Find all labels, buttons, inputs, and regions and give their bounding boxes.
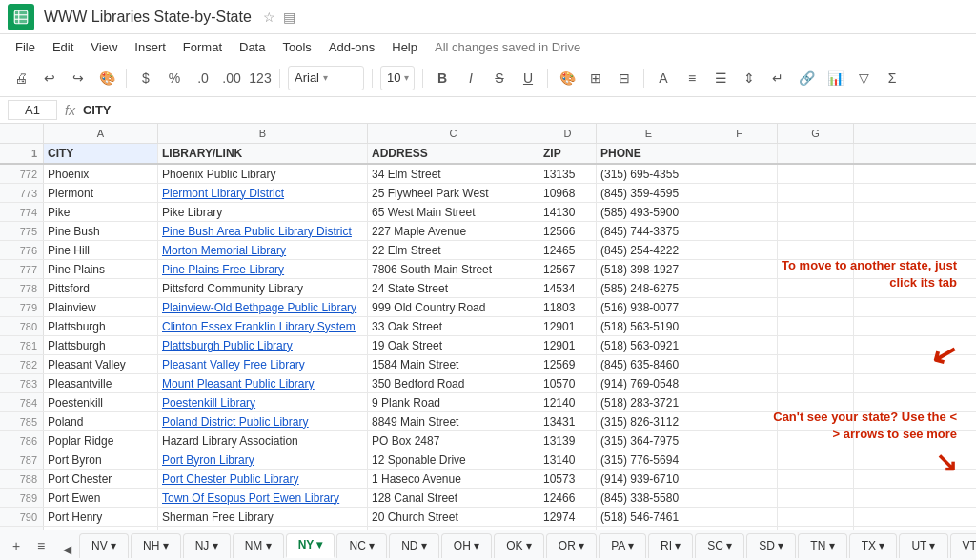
align-left-button[interactable]: ≡ bbox=[679, 65, 705, 91]
col-header-b[interactable]: B bbox=[158, 124, 368, 143]
sheet-tab-ut[interactable]: UT ▾ bbox=[899, 533, 947, 558]
cell-city-788[interactable]: Port Chester bbox=[44, 470, 158, 488]
col-header-a[interactable]: A bbox=[44, 124, 158, 143]
menu-file[interactable]: File bbox=[8, 38, 43, 56]
sheet-tab-sc[interactable]: SC ▾ bbox=[695, 533, 744, 558]
cell-city-779[interactable]: Plainview bbox=[44, 298, 158, 316]
menu-view[interactable]: View bbox=[83, 38, 125, 56]
sheet-tab-tx[interactable]: TX ▾ bbox=[849, 533, 898, 558]
cell-city-790[interactable]: Port Henry bbox=[44, 508, 158, 526]
italic-button[interactable]: I bbox=[458, 65, 484, 91]
merge-button[interactable]: ⊟ bbox=[611, 65, 638, 91]
add-sheet-button[interactable]: + bbox=[6, 535, 27, 556]
cell-library-785[interactable]: Poland District Public Library bbox=[158, 412, 368, 430]
sheet-tab-or[interactable]: OR ▾ bbox=[546, 533, 597, 558]
cell-1-c[interactable]: ADDRESS bbox=[368, 144, 539, 163]
chart-button[interactable]: 📊 bbox=[822, 65, 848, 91]
percent-button[interactable]: % bbox=[161, 65, 188, 91]
menu-edit[interactable]: Edit bbox=[45, 38, 81, 56]
more-formats-button[interactable]: 123 bbox=[247, 65, 274, 91]
cell-city-774[interactable]: Pike bbox=[44, 203, 158, 221]
menu-addons[interactable]: Add-ons bbox=[321, 38, 382, 56]
align-center-button[interactable]: ☰ bbox=[707, 65, 734, 91]
cell-1-a[interactable]: CITY bbox=[44, 144, 158, 163]
print-button[interactable]: 🖨 bbox=[8, 65, 34, 91]
cell-city-784[interactable]: Poestenkill bbox=[44, 393, 158, 411]
menu-insert[interactable]: Insert bbox=[127, 38, 173, 56]
valign-button[interactable]: ⇕ bbox=[736, 65, 762, 91]
cell-library-773[interactable]: Piermont Library District bbox=[158, 184, 368, 202]
folder-icon[interactable]: ▤ bbox=[283, 10, 295, 25]
sheet-tab-nh[interactable]: NH ▾ bbox=[131, 533, 181, 558]
menu-data[interactable]: Data bbox=[232, 38, 273, 56]
cell-library-781[interactable]: Plattsburgh Public Library bbox=[158, 336, 368, 354]
sheet-tab-tn[interactable]: TN ▾ bbox=[798, 533, 846, 558]
cell-city-787[interactable]: Port Byron bbox=[44, 450, 158, 469]
cell-city-789[interactable]: Port Ewen bbox=[44, 489, 158, 507]
sheet-tab-pa[interactable]: PA ▾ bbox=[599, 533, 646, 558]
font-size-dropdown[interactable]: 10 ▾ bbox=[380, 66, 415, 90]
cell-library-791[interactable]: Port Jefferson Free Library bbox=[158, 527, 368, 530]
cell-city-775[interactable]: Pine Bush bbox=[44, 222, 158, 240]
increase-decimal-button[interactable]: .00 bbox=[218, 65, 245, 91]
sheet-tab-oh[interactable]: OH ▾ bbox=[441, 533, 492, 558]
cell-city-783[interactable]: Pleasantville bbox=[44, 374, 158, 392]
sheet-tab-nm[interactable]: NM ▾ bbox=[233, 533, 284, 558]
sheet-tab-nv[interactable]: NV ▾ bbox=[79, 533, 129, 558]
cell-library-788[interactable]: Port Chester Public Library bbox=[158, 470, 368, 488]
bold-button[interactable]: B bbox=[429, 65, 456, 91]
cell-library-780[interactable]: Clinton Essex Franklin Library System bbox=[158, 317, 368, 335]
link-button[interactable]: 🔗 bbox=[793, 65, 820, 91]
wrap-button[interactable]: ↵ bbox=[764, 65, 791, 91]
sum-button[interactable]: Σ bbox=[879, 65, 905, 91]
sheet-tab-nj[interactable]: NJ ▾ bbox=[183, 533, 231, 558]
cell-city-785[interactable]: Poland bbox=[44, 412, 158, 430]
sheet-tab-nd[interactable]: ND ▾ bbox=[389, 533, 439, 558]
sheet-tab-ok[interactable]: OK ▾ bbox=[494, 533, 544, 558]
cell-city-780[interactable]: Plattsburgh bbox=[44, 317, 158, 335]
cell-city-791[interactable]: Port Jefferson bbox=[44, 527, 158, 530]
cell-1-d[interactable]: ZIP bbox=[539, 144, 597, 163]
cell-library-787[interactable]: Port Byron Library bbox=[158, 450, 368, 469]
cell-library-789[interactable]: Town Of Esopus Port Ewen Library bbox=[158, 489, 368, 507]
decrease-decimal-button[interactable]: .0 bbox=[190, 65, 216, 91]
filter-button[interactable]: ▽ bbox=[850, 65, 877, 91]
sheet-list-button[interactable]: ≡ bbox=[30, 535, 51, 556]
sheet-tab-ny[interactable]: NY ▾ bbox=[286, 533, 336, 558]
cell-city-778[interactable]: Pittsford bbox=[44, 279, 158, 297]
sheet-tab-ri[interactable]: RI ▾ bbox=[648, 533, 693, 558]
underline-button[interactable]: U bbox=[515, 65, 541, 91]
menu-format[interactable]: Format bbox=[175, 38, 230, 56]
menu-help[interactable]: Help bbox=[384, 38, 425, 56]
col-header-d[interactable]: D bbox=[539, 124, 597, 143]
cell-library-775[interactable]: Pine Bush Area Public Library District bbox=[158, 222, 368, 240]
undo-button[interactable]: ↩ bbox=[36, 65, 63, 91]
cell-city-772[interactable]: Phoenix bbox=[44, 165, 158, 183]
cell-city-782[interactable]: Pleasant Valley bbox=[44, 355, 158, 373]
cell-library-784[interactable]: Poestenkill Library bbox=[158, 393, 368, 411]
cell-library-783[interactable]: Mount Pleasant Public Library bbox=[158, 374, 368, 392]
borders-button[interactable]: ⊞ bbox=[582, 65, 609, 91]
cell-library-782[interactable]: Pleasant Valley Free Library bbox=[158, 355, 368, 373]
col-header-f[interactable]: F bbox=[702, 124, 778, 143]
sheet-tab-vt[interactable]: VT ▾ bbox=[950, 533, 977, 558]
col-header-c[interactable]: C bbox=[368, 124, 539, 143]
sheet-tab-sd[interactable]: SD ▾ bbox=[746, 533, 796, 558]
cell-city-786[interactable]: Poplar Ridge bbox=[44, 431, 158, 450]
cell-city-776[interactable]: Pine Hill bbox=[44, 241, 158, 259]
text-color-button[interactable]: A bbox=[650, 65, 677, 91]
col-header-g[interactable]: G bbox=[778, 124, 854, 143]
strikethrough-button[interactable]: S bbox=[486, 65, 513, 91]
fill-color-button[interactable]: 🎨 bbox=[554, 65, 580, 91]
cell-library-779[interactable]: Plainview-Old Bethpage Public Library bbox=[158, 298, 368, 316]
currency-button[interactable]: $ bbox=[132, 65, 159, 91]
cell-library-776[interactable]: Morton Memorial Library bbox=[158, 241, 368, 259]
cell-1-b[interactable]: LIBRARY/LINK bbox=[158, 144, 368, 163]
cell-1-g[interactable] bbox=[778, 144, 854, 163]
cell-city-781[interactable]: Plattsburgh bbox=[44, 336, 158, 354]
menu-tools[interactable]: Tools bbox=[274, 38, 318, 56]
cell-library-777[interactable]: Pine Plains Free Library bbox=[158, 260, 368, 278]
sheet-tab-nc[interactable]: NC ▾ bbox=[336, 533, 387, 558]
font-name-dropdown[interactable]: Arial ▾ bbox=[288, 66, 364, 90]
cell-1-e[interactable]: PHONE bbox=[597, 144, 702, 163]
